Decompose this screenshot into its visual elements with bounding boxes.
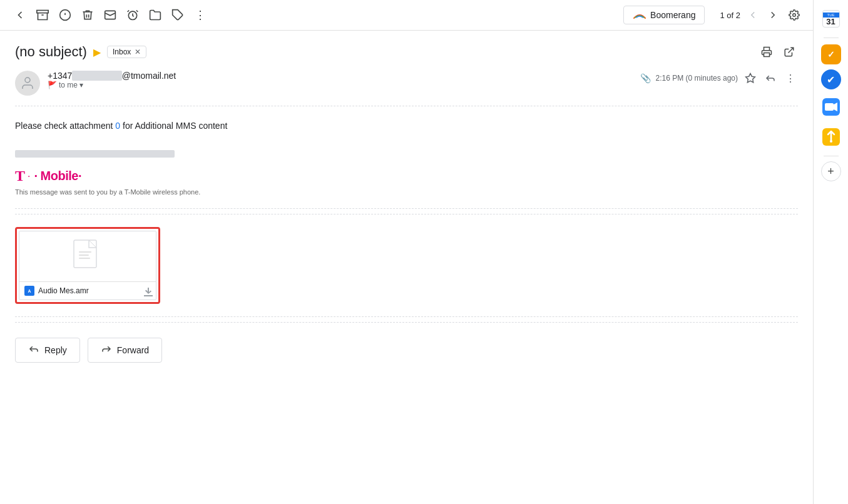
attachment-card-highlight: A Audio Mes.amr [15,227,160,304]
attachment-number: 0 [115,121,120,131]
sender-meta: 📎 2:16 PM (0 minutes ago) ⋮ [640,71,798,86]
back-button[interactable] [10,5,30,25]
svg-point-21 [830,140,832,143]
attachment-filename: Audio Mes.amr [38,286,151,295]
email-content-area: (no subject) ▶ Inbox ✕ +134 [0,31,813,504]
svg-rect-14 [79,251,91,253]
sender-row: +1347████████@tmomail.net 🚩 to me ▾ 📎 2:… [15,71,798,96]
email-body: Please check attachment 0 for Additional… [15,111,798,140]
to-me-row[interactable]: 🚩 to me ▾ [48,81,633,89]
forwarded-icon: ▶ [93,46,101,58]
svg-marker-12 [746,74,755,83]
svg-rect-9 [764,53,770,57]
calendar-icon: TUE 31 [822,10,840,28]
inbox-badge-label: Inbox [113,48,131,56]
settings-button[interactable] [785,6,803,24]
nav-counter: 1 of 2 [720,11,740,20]
boomerang-button[interactable]: Boomerang [623,6,705,24]
attachment-indicator-icon: 📎 [640,73,651,83]
forward-button-icon [101,343,112,357]
sidebar-divider-2 [824,156,839,156]
prev-email-button[interactable] [744,6,762,24]
tmobile-logo: T · · Mobile· [15,168,798,184]
email-toolbar: ⋮ Boomerang 1 of 2 [0,0,813,31]
sender-info: +1347████████@tmomail.net 🚩 to me ▾ [48,71,633,89]
tmobile-branding: T · · Mobile· This message was sent to y… [15,168,798,196]
svg-line-10 [789,48,794,53]
svg-rect-15 [79,255,89,256]
flag-icon: 🚩 [48,81,57,89]
attachment-card[interactable]: A Audio Mes.amr [19,231,156,300]
attachment-divider-bottom [15,322,798,323]
archive-button[interactable] [33,5,53,25]
star-button[interactable] [743,71,758,86]
action-buttons: Reply Forward [15,328,798,373]
sidebar-app-zoom[interactable] [819,94,844,119]
contacts-icon: ✔ [827,74,835,86]
sidebar-app-keep[interactable] [819,124,844,149]
right-sidebar: TUE 31 ✓ ✔ + [813,0,848,504]
reply-quick-button[interactable] [763,71,778,86]
labels-button[interactable] [168,5,188,25]
reply-button[interactable]: Reply [15,338,80,363]
zoom-icon [822,98,840,116]
tmobile-name-text: · Mobile· [34,169,81,183]
snooze-button[interactable] [123,5,143,25]
boomerang-logo-icon [633,11,646,19]
boomerang-label: Boomerang [650,10,695,20]
body-text-before: Please check attachment [15,121,115,131]
svg-point-11 [25,78,30,83]
next-email-button[interactable] [764,6,782,24]
mark-unread-button[interactable] [100,5,120,25]
tmobile-t-letter: T [15,168,25,184]
subject-row: (no subject) ▶ Inbox ✕ [15,43,798,61]
to-me-label: to me [59,81,78,89]
calendar-day: 31 [826,18,835,26]
email-timestamp: 2:16 PM (0 minutes ago) [656,74,738,83]
reply-button-label: Reply [44,345,67,355]
plus-icon: + [827,165,834,178]
svg-point-8 [793,14,796,17]
content-placeholder-bar [15,150,175,158]
email-more-button[interactable]: ⋮ [783,71,798,86]
forward-button-label: Forward [117,345,149,355]
sidebar-app-calendar[interactable]: TUE 31 [819,6,844,31]
svg-rect-18 [825,103,834,111]
remove-inbox-badge-button[interactable]: ✕ [135,48,141,56]
to-me-dropdown-icon: ▾ [79,81,83,89]
attachment-section: A Audio Mes.amr [15,214,798,317]
file-preview-icon [73,239,103,274]
print-button[interactable] [758,43,775,61]
body-text-after: for Additional MMS content [120,121,227,131]
sidebar-app-tasks[interactable]: ✓ [821,44,841,64]
tmobile-tagline: This message was sent to you by a T-Mobi… [15,188,798,196]
download-attachment-button[interactable] [141,285,156,300]
svg-rect-0 [37,11,48,13]
top-divider [15,106,798,106]
sidebar-divider-1 [824,38,839,38]
spam-button[interactable] [55,5,75,25]
tmobile-separator-dots: · [28,171,31,182]
avatar [15,71,40,96]
keep-icon [822,128,840,146]
forward-button[interactable]: Forward [88,338,162,363]
open-in-new-button[interactable] [780,43,798,61]
add-app-button[interactable]: + [821,161,841,181]
attachment-divider-top [15,208,798,209]
attachment-footer: A Audio Mes.amr [19,281,156,300]
move-to-button[interactable] [145,5,165,25]
delete-button[interactable] [78,5,98,25]
reply-button-icon [28,343,39,357]
file-type-icon: A [24,286,34,296]
sender-name: +1347████████@tmomail.net [48,71,176,81]
svg-rect-16 [79,258,90,259]
attachment-preview [19,231,156,281]
tasks-icon: ✓ [827,49,835,59]
more-actions-button[interactable]: ⋮ [190,5,210,25]
sidebar-app-contacts[interactable]: ✔ [821,69,841,89]
inbox-badge: Inbox ✕ [107,46,146,58]
email-subject: (no subject) [15,44,87,60]
